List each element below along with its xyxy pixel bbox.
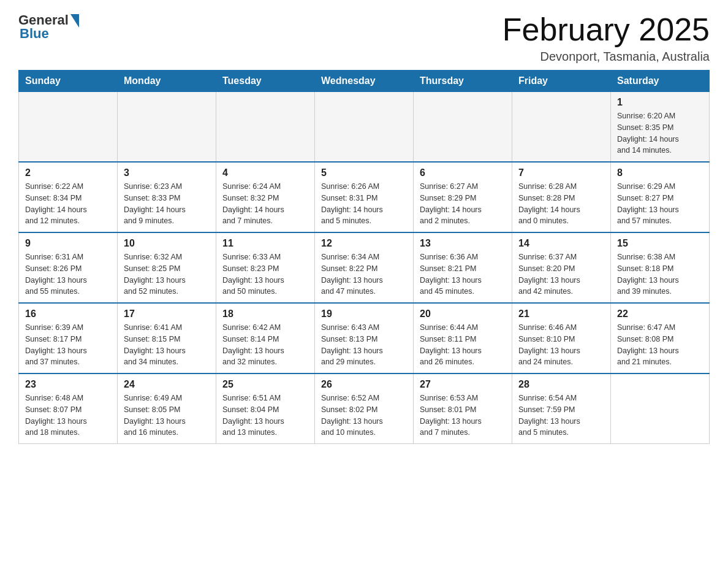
header-tuesday: Tuesday (216, 71, 315, 92)
table-row: 13Sunrise: 6:36 AM Sunset: 8:21 PM Dayli… (414, 232, 512, 303)
day-number: 6 (420, 167, 506, 178)
day-number: 28 (518, 379, 604, 390)
table-row: 23Sunrise: 6:48 AM Sunset: 8:07 PM Dayli… (19, 373, 118, 444)
day-number: 13 (420, 238, 506, 249)
table-row: 7Sunrise: 6:28 AM Sunset: 8:28 PM Daylig… (512, 162, 611, 232)
table-row (315, 92, 414, 163)
day-number: 10 (124, 238, 210, 249)
day-number: 21 (518, 308, 604, 320)
table-row: 4Sunrise: 6:24 AM Sunset: 8:32 PM Daylig… (216, 162, 315, 232)
day-number: 4 (222, 167, 308, 178)
day-number: 1 (617, 97, 703, 108)
day-info: Sunrise: 6:36 AM Sunset: 8:21 PM Dayligh… (420, 251, 506, 297)
table-row: 19Sunrise: 6:43 AM Sunset: 8:13 PM Dayli… (315, 303, 414, 373)
day-number: 18 (222, 308, 308, 320)
table-row: 15Sunrise: 6:38 AM Sunset: 8:18 PM Dayli… (611, 232, 710, 303)
day-number: 26 (321, 379, 407, 390)
header-wednesday: Wednesday (315, 71, 414, 92)
day-info: Sunrise: 6:29 AM Sunset: 8:27 PM Dayligh… (617, 181, 703, 227)
table-row (512, 92, 611, 163)
day-info: Sunrise: 6:54 AM Sunset: 7:59 PM Dayligh… (518, 393, 604, 439)
day-number: 9 (25, 238, 111, 249)
day-info: Sunrise: 6:46 AM Sunset: 8:10 PM Dayligh… (518, 322, 604, 368)
day-info: Sunrise: 6:38 AM Sunset: 8:18 PM Dayligh… (617, 251, 703, 297)
day-number: 23 (25, 379, 111, 390)
day-number: 25 (222, 379, 308, 390)
location-subtitle: Devonport, Tasmania, Australia (502, 50, 710, 64)
header-thursday: Thursday (414, 71, 512, 92)
table-row: 16Sunrise: 6:39 AM Sunset: 8:17 PM Dayli… (19, 303, 118, 373)
day-info: Sunrise: 6:26 AM Sunset: 8:31 PM Dayligh… (321, 181, 407, 227)
table-row: 24Sunrise: 6:49 AM Sunset: 8:05 PM Dayli… (118, 373, 216, 444)
table-row: 25Sunrise: 6:51 AM Sunset: 8:04 PM Dayli… (216, 373, 315, 444)
day-info: Sunrise: 6:42 AM Sunset: 8:14 PM Dayligh… (222, 322, 308, 368)
day-info: Sunrise: 6:47 AM Sunset: 8:08 PM Dayligh… (617, 322, 703, 368)
table-row: 18Sunrise: 6:42 AM Sunset: 8:14 PM Dayli… (216, 303, 315, 373)
day-info: Sunrise: 6:33 AM Sunset: 8:23 PM Dayligh… (222, 251, 308, 297)
day-number: 12 (321, 238, 407, 249)
day-number: 8 (617, 167, 703, 178)
header-friday: Friday (512, 71, 611, 92)
day-info: Sunrise: 6:37 AM Sunset: 8:20 PM Dayligh… (518, 251, 604, 297)
logo-blue-text: Blue (20, 26, 49, 42)
table-row: 3Sunrise: 6:23 AM Sunset: 8:33 PM Daylig… (118, 162, 216, 232)
month-title: February 2025 (502, 12, 710, 47)
day-info: Sunrise: 6:48 AM Sunset: 8:07 PM Dayligh… (25, 393, 111, 439)
day-number: 2 (25, 167, 111, 178)
day-number: 3 (124, 167, 210, 178)
day-number: 27 (420, 379, 506, 390)
header-monday: Monday (118, 71, 216, 92)
table-row: 6Sunrise: 6:27 AM Sunset: 8:29 PM Daylig… (414, 162, 512, 232)
day-number: 15 (617, 238, 703, 249)
table-row: 26Sunrise: 6:52 AM Sunset: 8:02 PM Dayli… (315, 373, 414, 444)
day-info: Sunrise: 6:53 AM Sunset: 8:01 PM Dayligh… (420, 393, 506, 439)
calendar-header-row: Sunday Monday Tuesday Wednesday Thursday… (19, 71, 710, 92)
day-info: Sunrise: 6:22 AM Sunset: 8:34 PM Dayligh… (25, 181, 111, 227)
table-row: 27Sunrise: 6:53 AM Sunset: 8:01 PM Dayli… (414, 373, 512, 444)
logo-arrow-icon (70, 14, 79, 28)
table-row: 21Sunrise: 6:46 AM Sunset: 8:10 PM Dayli… (512, 303, 611, 373)
day-info: Sunrise: 6:24 AM Sunset: 8:32 PM Dayligh… (222, 181, 308, 227)
day-info: Sunrise: 6:34 AM Sunset: 8:22 PM Dayligh… (321, 251, 407, 297)
day-info: Sunrise: 6:41 AM Sunset: 8:15 PM Dayligh… (124, 322, 210, 368)
table-row: 8Sunrise: 6:29 AM Sunset: 8:27 PM Daylig… (611, 162, 710, 232)
day-number: 16 (25, 308, 111, 320)
table-row: 17Sunrise: 6:41 AM Sunset: 8:15 PM Dayli… (118, 303, 216, 373)
table-row (118, 92, 216, 163)
day-info: Sunrise: 6:28 AM Sunset: 8:28 PM Dayligh… (518, 181, 604, 227)
header-sunday: Sunday (19, 71, 118, 92)
table-row: 28Sunrise: 6:54 AM Sunset: 7:59 PM Dayli… (512, 373, 611, 444)
day-number: 17 (124, 308, 210, 320)
day-number: 22 (617, 308, 703, 320)
day-number: 7 (518, 167, 604, 178)
day-number: 5 (321, 167, 407, 178)
day-number: 19 (321, 308, 407, 320)
table-row (414, 92, 512, 163)
table-row: 5Sunrise: 6:26 AM Sunset: 8:31 PM Daylig… (315, 162, 414, 232)
day-info: Sunrise: 6:32 AM Sunset: 8:25 PM Dayligh… (124, 251, 210, 297)
day-number: 14 (518, 238, 604, 249)
table-row: 1Sunrise: 6:20 AM Sunset: 8:35 PM Daylig… (611, 92, 710, 163)
table-row: 10Sunrise: 6:32 AM Sunset: 8:25 PM Dayli… (118, 232, 216, 303)
header-saturday: Saturday (611, 71, 710, 92)
day-number: 24 (124, 379, 210, 390)
table-row (216, 92, 315, 163)
day-number: 11 (222, 238, 308, 249)
table-row: 12Sunrise: 6:34 AM Sunset: 8:22 PM Dayli… (315, 232, 414, 303)
calendar-table: Sunday Monday Tuesday Wednesday Thursday… (18, 70, 710, 444)
page-header: General Blue February 2025 Devonport, Ta… (18, 12, 710, 64)
table-row: 14Sunrise: 6:37 AM Sunset: 8:20 PM Dayli… (512, 232, 611, 303)
day-info: Sunrise: 6:27 AM Sunset: 8:29 PM Dayligh… (420, 181, 506, 227)
day-info: Sunrise: 6:49 AM Sunset: 8:05 PM Dayligh… (124, 393, 210, 439)
table-row (19, 92, 118, 163)
day-info: Sunrise: 6:31 AM Sunset: 8:26 PM Dayligh… (25, 251, 111, 297)
day-number: 20 (420, 308, 506, 320)
table-row: 2Sunrise: 6:22 AM Sunset: 8:34 PM Daylig… (19, 162, 118, 232)
table-row: 9Sunrise: 6:31 AM Sunset: 8:26 PM Daylig… (19, 232, 118, 303)
day-info: Sunrise: 6:51 AM Sunset: 8:04 PM Dayligh… (222, 393, 308, 439)
title-section: February 2025 Devonport, Tasmania, Austr… (502, 12, 710, 64)
day-info: Sunrise: 6:44 AM Sunset: 8:11 PM Dayligh… (420, 322, 506, 368)
table-row: 11Sunrise: 6:33 AM Sunset: 8:23 PM Dayli… (216, 232, 315, 303)
day-info: Sunrise: 6:52 AM Sunset: 8:02 PM Dayligh… (321, 393, 407, 439)
table-row: 20Sunrise: 6:44 AM Sunset: 8:11 PM Dayli… (414, 303, 512, 373)
